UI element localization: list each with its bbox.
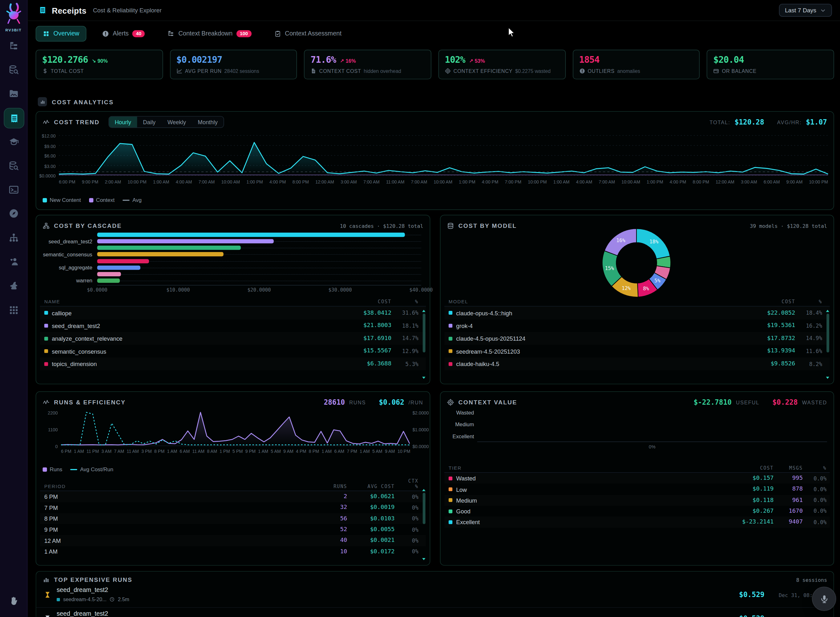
db-search-icon xyxy=(8,65,18,75)
table-row[interactable]: Wasted$0.1579950.0% xyxy=(444,473,830,484)
legend-item: Context xyxy=(89,197,115,203)
sidebar-item-data-explorer[interactable] xyxy=(4,60,23,80)
table-row[interactable]: 1 AM10$0.01720% xyxy=(40,546,426,557)
grid-icon xyxy=(43,30,50,37)
expensive-run-row[interactable]: seed_dream_test2seedream-4.5-20...2.5m$0… xyxy=(36,584,833,608)
page-subtitle: Cost & Reliability Explorer xyxy=(93,7,162,13)
table-row[interactable]: Excellent$-23.214194070.0% xyxy=(444,517,830,528)
kpi-delta: ↘ 90% xyxy=(92,58,108,64)
folder-image-icon xyxy=(8,89,18,99)
scrollbar[interactable] xyxy=(422,490,426,559)
table-row[interactable]: calliope$38.041231.6% xyxy=(40,307,426,319)
tab-alerts[interactable]: Alerts40 xyxy=(95,26,152,41)
legend-item: New Content xyxy=(43,197,81,203)
context-category: Wasted xyxy=(443,410,474,416)
trend-legend: New ContentContextAvg xyxy=(43,197,142,203)
table-row[interactable]: Good$0.26716700.0% xyxy=(444,506,830,517)
table-row[interactable]: 6 PM2$0.06210% xyxy=(40,491,426,502)
clipboard-icon xyxy=(274,30,281,37)
wasted-value: $0.228 xyxy=(772,398,798,406)
table-row[interactable]: grok-4$19.536116.2% xyxy=(444,319,830,332)
date-range-value: Last 7 Days xyxy=(785,7,816,13)
table-row[interactable]: analyze_context_relevance$17.691014.7% xyxy=(40,332,426,345)
runs-efficiency-panel: RUNS & EFFICIENCY 28610 RUNS $0.062 /RUN… xyxy=(35,391,430,566)
svg-text:8%: 8% xyxy=(643,285,649,292)
table-row[interactable]: claude-haiku-4.5$9.85268.2% xyxy=(444,357,830,370)
context-value-panel: CONTEXT VALUE $-22.7810 USEFUL $0.228 WA… xyxy=(440,391,834,566)
voice-button[interactable] xyxy=(812,587,836,611)
granularity-switch: HourlyDailyWeeklyMonthly xyxy=(108,116,224,128)
cascade-bar-row xyxy=(43,271,421,278)
grad-cap-icon xyxy=(8,137,18,147)
scrollbar-thumb[interactable] xyxy=(423,493,426,524)
table-row[interactable]: claude-4.5-opus-20251124$17.873214.9% xyxy=(444,332,830,345)
alert-circle-icon xyxy=(102,30,109,37)
table-row[interactable]: 7 PM32$0.00190% xyxy=(40,502,426,514)
apps-icon xyxy=(8,304,18,314)
granularity-hourly[interactable]: Hourly xyxy=(109,117,137,127)
table-row[interactable]: Low$0.1198780.0% xyxy=(444,484,830,495)
table-row[interactable]: semantic_consensus$15.556712.9% xyxy=(40,345,426,357)
runs-title: RUNS & EFFICIENCY xyxy=(54,399,125,405)
cascade-summary: 10 cascades · $120.28 total xyxy=(340,223,423,229)
kpi-value: $0.002197 xyxy=(176,55,222,65)
brand-logo[interactable] xyxy=(3,3,24,27)
sidebar: RV3BIT xyxy=(0,0,28,617)
tab-context-breakdown[interactable]: Context Breakdown100 xyxy=(160,26,258,41)
cascade-bar xyxy=(97,233,405,237)
kpi-value: $120.2766 xyxy=(42,55,88,65)
table-row[interactable]: Medium$0.1189610.0% xyxy=(444,494,830,506)
table-row[interactable]: 8 PM56$0.01030% xyxy=(40,513,426,524)
tab-overview[interactable]: Overview xyxy=(35,26,86,41)
table-row[interactable]: claude-opus-4.5::high$22.085218.4% xyxy=(444,307,830,319)
granularity-daily[interactable]: Daily xyxy=(137,117,161,127)
hand-tool-button[interactable] xyxy=(4,591,23,610)
runs-x-axis: 6 PM1 AM11 PM3 AM7 AM11 AM3 PM8 PM1 AM6 … xyxy=(61,449,410,454)
date-range-select[interactable]: Last 7 Days xyxy=(779,4,832,17)
cascade-title: COST BY CASCADE xyxy=(54,223,122,229)
rabbit-icon xyxy=(8,280,18,291)
table-row[interactable]: 9 PM52$0.00550% xyxy=(40,524,426,535)
table-row[interactable]: seedream-4.5-20251203$13.939411.6% xyxy=(444,345,830,357)
activity-icon xyxy=(43,118,50,125)
legend-item: Runs xyxy=(43,466,62,472)
sidebar-item-apps[interactable] xyxy=(4,300,23,319)
granularity-monthly[interactable]: Monthly xyxy=(192,117,223,127)
sidebar-item-terminal[interactable] xyxy=(4,180,23,199)
runs-count: 28610 xyxy=(324,398,345,406)
sidebar-item-query-explorer[interactable] xyxy=(4,156,23,175)
tab-context-assessment[interactable]: Context Assessment xyxy=(267,26,349,41)
sidebar-item-explore[interactable] xyxy=(4,204,23,223)
activity-icon xyxy=(43,399,50,406)
scrollbar[interactable] xyxy=(826,311,830,378)
table-row[interactable]: topics_dimension$6.36885.3% xyxy=(40,357,426,370)
cascade-bar-row: sql_aggregate xyxy=(43,264,421,271)
total-label: TOTAL: xyxy=(709,119,730,125)
granularity-weekly[interactable]: Weekly xyxy=(162,117,192,127)
target-icon xyxy=(445,68,451,74)
scrollbar-thumb[interactable] xyxy=(827,314,829,353)
clock-icon xyxy=(110,597,114,602)
mouse-cursor xyxy=(508,27,515,37)
scrollbar-thumb[interactable] xyxy=(423,314,426,353)
sidebar-item-receipts[interactable] xyxy=(4,108,24,128)
compass-icon xyxy=(8,208,18,218)
table-row[interactable]: seed_dream_test2$21.800318.1% xyxy=(40,319,426,332)
sidebar-item-media-library[interactable] xyxy=(4,84,23,103)
sidebar-item-learning[interactable] xyxy=(4,132,23,152)
model-title: COST BY MODEL xyxy=(458,223,517,229)
sidebar-item-agents[interactable] xyxy=(4,252,23,271)
scrollbar[interactable] xyxy=(422,311,426,378)
cost-trend-chart xyxy=(59,133,828,178)
cascade-bar-row xyxy=(43,245,421,251)
sidebar-item-workflow[interactable] xyxy=(4,36,23,55)
cascade-bar-row: seed_dream_test2 xyxy=(43,238,421,245)
sidebar-item-rabbit[interactable] xyxy=(4,276,23,295)
table-row[interactable]: 12 AM40$0.00210% xyxy=(40,535,426,546)
expensive-run-row[interactable]: seed_dream_test2seedream-4.5-20...2.0m$0… xyxy=(36,608,833,617)
total-value: $120.28 xyxy=(734,118,764,126)
tab-badge: 100 xyxy=(236,30,252,37)
run-meta: seedream-4.5-20...2.5m xyxy=(57,596,129,602)
sidebar-item-cascades[interactable] xyxy=(4,228,23,247)
kpi-card-total-cost: $120.2766↘ 90%TOTAL COST xyxy=(35,50,162,80)
